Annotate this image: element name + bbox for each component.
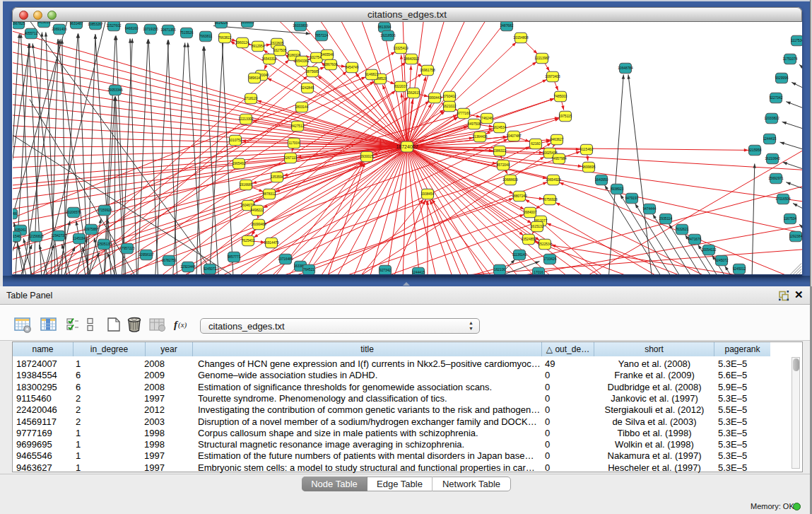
svg-text:1916685: 1916685 (240, 183, 253, 187)
svg-text:1145194: 1145194 (73, 237, 86, 240)
svg-text:3875685: 3875685 (306, 70, 319, 74)
svg-text:4572040: 4572040 (497, 163, 510, 167)
svg-text:1244415: 1244415 (412, 271, 425, 274)
svg-text:2867825: 2867825 (13, 22, 25, 25)
svg-text:3215958: 3215958 (748, 148, 762, 152)
svg-text:2522534: 2522534 (539, 243, 552, 246)
svg-text:17016504: 17016504 (775, 197, 791, 201)
svg-text:8454749: 8454749 (346, 66, 359, 69)
svg-text:9463627: 9463627 (551, 138, 564, 141)
svg-text:2803144: 2803144 (295, 105, 309, 109)
svg-text:1562615: 1562615 (407, 91, 420, 95)
svg-text:12942737: 12942737 (51, 234, 66, 238)
svg-text:162106: 162106 (494, 268, 505, 271)
svg-text:9327505: 9327505 (273, 49, 287, 52)
svg-text:8938923: 8938923 (611, 187, 624, 191)
svg-text:10688609: 10688609 (502, 178, 518, 182)
svg-text:13524851: 13524851 (521, 238, 536, 241)
svg-text:11527602: 11527602 (107, 24, 122, 28)
svg-text:19654923: 19654923 (546, 178, 561, 182)
svg-text:989614: 989614 (249, 76, 260, 80)
svg-text:10407487: 10407487 (506, 134, 522, 138)
svg-text:12923448: 12923448 (180, 265, 196, 269)
svg-text:7515526: 7515526 (180, 31, 194, 35)
svg-text:9245072: 9245072 (715, 259, 729, 262)
svg-text:5465546: 5465546 (321, 53, 334, 57)
svg-text:10853267: 10853267 (88, 23, 103, 26)
svg-text:2935114: 2935114 (659, 217, 673, 221)
svg-text:9115460: 9115460 (580, 148, 594, 151)
svg-text:18807249: 18807249 (512, 194, 527, 198)
svg-text:11136141: 11136141 (512, 253, 527, 257)
svg-text:20691406: 20691406 (52, 28, 67, 31)
svg-text:9857771: 9857771 (228, 255, 241, 259)
svg-text:15692971: 15692971 (768, 177, 784, 180)
svg-text:8878312: 8878312 (263, 192, 276, 196)
svg-text:74957984: 74957984 (551, 157, 567, 160)
svg-text:2386322: 2386322 (493, 149, 507, 153)
svg-text:16543312: 16543312 (261, 57, 277, 61)
svg-text:746246: 746246 (481, 117, 493, 120)
svg-text:1117534: 1117534 (791, 39, 802, 42)
svg-text:16543362: 16543362 (294, 59, 310, 63)
svg-text:2684007: 2684007 (524, 211, 537, 214)
svg-text:764521: 764521 (303, 268, 314, 271)
svg-text:117004: 117004 (288, 141, 300, 145)
svg-text:9631487: 9631487 (70, 22, 83, 25)
svg-text:7663811: 7663811 (199, 35, 213, 38)
svg-text:11751074: 11751074 (783, 57, 798, 61)
svg-text:12505135: 12505135 (96, 243, 112, 246)
svg-text:7857224: 7857224 (315, 34, 329, 37)
svg-text:9245072: 9245072 (204, 267, 217, 271)
svg-text:1975115: 1975115 (559, 115, 572, 118)
svg-text:6479197: 6479197 (625, 197, 639, 200)
svg-text:927342: 927342 (379, 269, 391, 272)
svg-text:9146821: 9146821 (365, 73, 379, 76)
svg-text:1640950: 1640950 (595, 178, 608, 182)
svg-text:9329996: 9329996 (775, 76, 789, 80)
svg-text:9474444: 9474444 (643, 207, 657, 211)
svg-text:7625402: 7625402 (242, 239, 255, 243)
svg-text:(x): (x) (178, 320, 187, 329)
svg-text:391546: 391546 (13, 235, 20, 238)
svg-text:8471676: 8471676 (688, 238, 702, 241)
svg-text:10973403: 10973403 (545, 75, 560, 78)
svg-text:261066: 261066 (13, 212, 17, 216)
svg-text:16961758: 16961758 (420, 69, 435, 72)
svg-text:10154808: 10154808 (513, 36, 529, 40)
svg-text:13325419: 13325419 (393, 47, 408, 50)
svg-text:10054112: 10054112 (702, 248, 717, 252)
svg-text:1010752: 1010752 (229, 139, 242, 142)
svg-text:12213967: 12213967 (534, 57, 550, 60)
svg-text:2322605: 2322605 (271, 42, 284, 45)
svg-text:26099469: 26099469 (251, 223, 266, 226)
svg-text:19218506: 19218506 (380, 34, 396, 37)
svg-text:17159924: 17159924 (97, 209, 112, 212)
svg-text:17016: 17016 (534, 271, 543, 274)
svg-text:13716485: 13716485 (278, 257, 293, 261)
svg-text:8322037: 8322037 (394, 85, 408, 88)
svg-text:9699695: 9699695 (582, 165, 596, 169)
svg-text:12156828: 12156828 (28, 235, 44, 238)
svg-text:2487682: 2487682 (500, 24, 514, 28)
svg-text:8813094: 8813094 (378, 25, 392, 29)
svg-text:3267110: 3267110 (284, 156, 298, 160)
svg-text:1733426: 1733426 (543, 257, 557, 261)
svg-text:10719155: 10719155 (143, 28, 158, 31)
svg-text:5614226: 5614226 (215, 22, 228, 25)
svg-text:10958107: 10958107 (139, 253, 154, 257)
svg-text:8427512: 8427512 (291, 124, 305, 128)
svg-text:6793402: 6793402 (443, 95, 457, 98)
svg-text:9777169: 9777169 (457, 112, 471, 115)
svg-text:16210643: 16210643 (765, 157, 780, 160)
svg-text:62160: 62160 (531, 142, 541, 146)
svg-text:18640910: 18640910 (404, 57, 419, 61)
svg-text:1621022: 1621022 (443, 105, 457, 108)
svg-text:6990443: 6990443 (428, 96, 442, 100)
svg-text:8912954: 8912954 (252, 45, 265, 48)
svg-text:1624534: 1624534 (493, 126, 507, 129)
svg-text:1292384: 1292384 (789, 235, 802, 238)
svg-text:10648784: 10648784 (618, 66, 633, 70)
svg-text:2930025: 2930025 (360, 155, 374, 158)
svg-text:1615132: 1615132 (531, 225, 544, 228)
